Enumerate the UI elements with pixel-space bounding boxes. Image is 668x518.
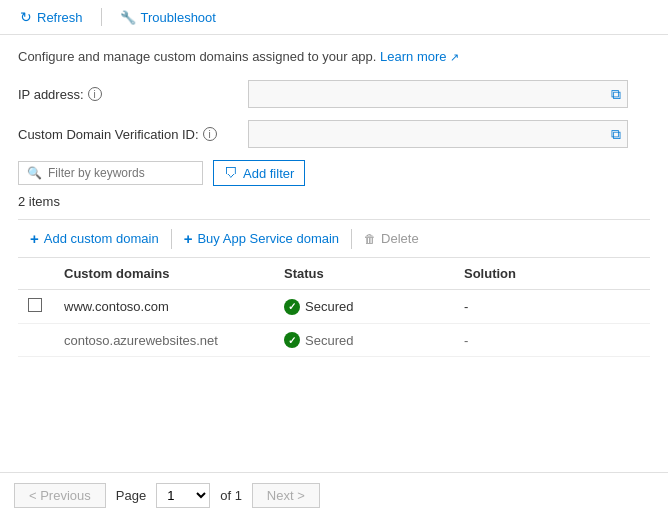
- domain-cell: www.contoso.com: [54, 290, 274, 324]
- col-header-solution: Solution: [454, 258, 650, 290]
- solution-cell: -: [454, 324, 650, 357]
- status-text: Secured: [305, 299, 353, 314]
- items-count: 2 items: [18, 194, 650, 209]
- refresh-button[interactable]: Refresh: [14, 6, 89, 28]
- copy-icon-2: ⧉: [611, 126, 621, 143]
- search-input[interactable]: [48, 166, 178, 180]
- status-cell: Secured: [274, 290, 454, 324]
- buy-domain-button[interactable]: + Buy App Service domain: [172, 226, 351, 251]
- toolbar: Refresh 🔧 Troubleshoot: [0, 0, 668, 35]
- delete-label: Delete: [381, 231, 419, 246]
- domain-id-copy-button[interactable]: ⧉: [609, 124, 623, 145]
- content-area: Configure and manage custom domains assi…: [0, 35, 668, 371]
- add-custom-domain-label: Add custom domain: [44, 231, 159, 246]
- buy-domain-label: Buy App Service domain: [197, 231, 339, 246]
- external-link-icon: ↗: [450, 51, 459, 63]
- learn-more-label: Learn more: [380, 49, 446, 64]
- filter-bar: 🔍 ⛉ Add filter: [18, 160, 650, 186]
- solution-cell: -: [454, 290, 650, 324]
- next-button[interactable]: Next >: [252, 483, 320, 508]
- learn-more-link[interactable]: Learn more ↗: [380, 49, 459, 64]
- table-row: www.contoso.comSecured-: [18, 290, 650, 324]
- toolbar-separator: [101, 8, 102, 26]
- domain-cell: contoso.azurewebsites.net: [54, 324, 274, 357]
- custom-domain-id-row: Custom Domain Verification ID: i ⧉: [18, 120, 650, 148]
- ip-copy-button[interactable]: ⧉: [609, 84, 623, 105]
- pagination-bar: < Previous Page 1 of 1 Next >: [0, 472, 668, 518]
- table-row: contoso.azurewebsites.netSecured-: [18, 324, 650, 357]
- add-custom-domain-icon: +: [30, 230, 39, 247]
- add-filter-label: Add filter: [243, 166, 294, 181]
- col-header-status: Status: [274, 258, 454, 290]
- col-header-checkbox: [18, 258, 54, 290]
- refresh-label: Refresh: [37, 10, 83, 25]
- previous-label: < Previous: [29, 488, 91, 503]
- troubleshoot-label: Troubleshoot: [141, 10, 216, 25]
- search-icon: 🔍: [27, 166, 42, 180]
- main-container: { "toolbar": { "refresh_label": "Refresh…: [0, 0, 668, 518]
- delete-icon: 🗑: [364, 232, 376, 246]
- domain-table: Custom domains Status Solution www.conto…: [18, 258, 650, 357]
- status-cell: Secured: [274, 324, 454, 357]
- add-custom-domain-button[interactable]: + Add custom domain: [18, 226, 171, 251]
- filter-icon: ⛉: [224, 165, 238, 181]
- custom-domain-id-label: Custom Domain Verification ID: i: [18, 127, 248, 142]
- description-main: Configure and manage custom domains assi…: [18, 49, 376, 64]
- secured-icon: [284, 299, 300, 315]
- page-select[interactable]: 1: [156, 483, 210, 508]
- action-bar: + Add custom domain + Buy App Service do…: [18, 219, 650, 258]
- custom-domain-id-input-wrap: ⧉: [248, 120, 628, 148]
- wrench-icon: 🔧: [120, 10, 136, 25]
- row-checkbox[interactable]: [28, 298, 42, 312]
- ip-address-label: IP address: i: [18, 87, 248, 102]
- copy-icon: ⧉: [611, 86, 621, 103]
- ip-address-input[interactable]: [253, 87, 609, 101]
- custom-domain-id-input[interactable]: [253, 127, 609, 141]
- description-text: Configure and manage custom domains assi…: [18, 49, 650, 64]
- search-wrap: 🔍: [18, 161, 203, 185]
- page-label: Page: [116, 488, 146, 503]
- previous-button[interactable]: < Previous: [14, 483, 106, 508]
- refresh-icon: [20, 9, 32, 25]
- next-label: Next >: [267, 488, 305, 503]
- ip-info-icon[interactable]: i: [88, 87, 102, 101]
- ip-address-row: IP address: i ⧉: [18, 80, 650, 108]
- ip-address-input-wrap: ⧉: [248, 80, 628, 108]
- domain-id-info-icon[interactable]: i: [203, 127, 217, 141]
- status-text: Secured: [305, 333, 353, 348]
- col-header-domain: Custom domains: [54, 258, 274, 290]
- page-of-label: of 1: [220, 488, 242, 503]
- troubleshoot-button[interactable]: 🔧 Troubleshoot: [114, 7, 222, 28]
- secured-icon: [284, 332, 300, 348]
- buy-domain-icon: +: [184, 230, 193, 247]
- delete-button[interactable]: 🗑 Delete: [352, 227, 431, 250]
- add-filter-button[interactable]: ⛉ Add filter: [213, 160, 305, 186]
